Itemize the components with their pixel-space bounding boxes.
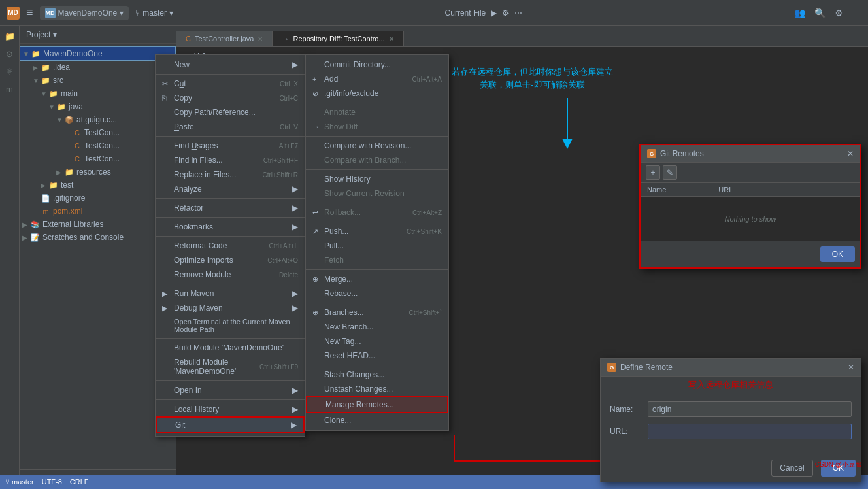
submenu-item-branches[interactable]: ⊕ Branches... Ctrl+Shift+` bbox=[306, 305, 448, 320]
status-encoding[interactable]: UTF-8 bbox=[42, 478, 62, 486]
menu-item-analyze[interactable]: Analyze ▶ bbox=[156, 182, 305, 196]
tree-expand-arrow: ▼ bbox=[41, 90, 48, 97]
define-remote-annotation: 写入远程仓库相关信息 bbox=[601, 377, 861, 394]
close-icon[interactable]: ✕ bbox=[389, 35, 394, 42]
settings-icon[interactable]: ⚙ bbox=[835, 8, 843, 18]
tree-item-label: src bbox=[53, 76, 63, 85]
url-input[interactable] bbox=[648, 424, 852, 439]
menu-item-copy-path[interactable]: Copy Path/Reference... bbox=[156, 105, 305, 120]
dialog-close-button[interactable]: ✕ bbox=[847, 149, 854, 158]
submenu-item-manage-remotes[interactable]: Manage Remotes... bbox=[306, 396, 448, 413]
define-remote-cancel-button[interactable]: Cancel bbox=[771, 460, 812, 477]
tree-item-label: MavenDemoOne bbox=[43, 49, 103, 58]
project-switcher[interactable]: MD MavenDemoOne ▾ bbox=[40, 6, 129, 20]
menu-item-new[interactable]: New ▶ bbox=[156, 58, 305, 72]
menu-item-open-in[interactable]: Open In ▶ bbox=[156, 383, 305, 397]
tree-item-testcon3[interactable]: C TestCon... bbox=[20, 152, 176, 165]
project-panel-header[interactable]: Project ▾ bbox=[20, 26, 176, 44]
submenu-item-reset-head[interactable]: Reset HEAD... bbox=[306, 348, 448, 363]
submenu-item-new-branch[interactable]: New Branch... bbox=[306, 320, 448, 334]
dialog-table-header: Name URL bbox=[641, 183, 860, 197]
menu-item-debug-maven[interactable]: ▶ Debug Maven ▶ bbox=[156, 301, 305, 315]
menu-item-replace[interactable]: Replace in Files... Ctrl+Shift+R bbox=[156, 167, 305, 182]
submenu-item-add[interactable]: + Add Ctrl+Alt+A bbox=[306, 72, 448, 86]
menu-item-optimize[interactable]: Optimize Imports Ctrl+Alt+O bbox=[156, 253, 305, 267]
menu-item-git[interactable]: Git ▶ bbox=[156, 416, 305, 433]
edit-remote-button[interactable]: ✎ bbox=[663, 165, 677, 180]
tree-item-external-libraries[interactable]: ▶ 📚 External Libraries bbox=[20, 218, 176, 231]
maven-icon[interactable]: m bbox=[6, 84, 13, 94]
tree-item-test[interactable]: ▶ 📁 test bbox=[20, 178, 176, 192]
tree-item-pom[interactable]: m pom.xml bbox=[20, 205, 176, 218]
menu-item-bookmarks[interactable]: Bookmarks ▶ bbox=[156, 220, 305, 234]
hamburger-menu[interactable]: ≡ bbox=[26, 6, 33, 20]
tree-item-idea[interactable]: ▶ 📁 .idea bbox=[20, 61, 176, 74]
tab-repository-diff[interactable]: → Repository Diff: TestContro... ✕ bbox=[273, 31, 403, 46]
define-remote-body: Name: URL: bbox=[601, 394, 861, 454]
tree-item-mavendemoone[interactable]: ▼ 📁 MavenDemoOne bbox=[20, 46, 176, 61]
submenu-item-fetch[interactable]: Fetch bbox=[306, 253, 448, 267]
status-git[interactable]: ⑂ master bbox=[5, 478, 34, 486]
menu-item-find-in-files[interactable]: Find in Files... Ctrl+Shift+F bbox=[156, 153, 305, 167]
menu-item-run-maven[interactable]: ▶ Run Maven ▶ bbox=[156, 286, 305, 301]
menu-item-rebuild-module[interactable]: Rebuild Module 'MavenDemoOne' Ctrl+Shift… bbox=[156, 355, 305, 379]
menu-item-reformat[interactable]: Reformat Code Ctrl+Alt+L bbox=[156, 239, 305, 253]
run-button[interactable]: ▶ bbox=[491, 8, 497, 18]
tree-item-main[interactable]: ▼ 📁 main bbox=[20, 87, 176, 100]
submenu-item-clone[interactable]: Clone... bbox=[306, 413, 448, 428]
collab-icon[interactable]: 👥 bbox=[794, 8, 805, 18]
minimize-button[interactable]: — bbox=[852, 8, 861, 18]
tab-testcontroller[interactable]: C TestController.java ✕ bbox=[176, 31, 273, 46]
submenu-item-merge[interactable]: ⊕ Merge... bbox=[306, 272, 448, 286]
add-remote-button[interactable]: + bbox=[646, 165, 660, 180]
tree-item-scratches[interactable]: ▶ 📝 Scratches and Console bbox=[20, 231, 176, 244]
close-icon[interactable]: ✕ bbox=[258, 35, 263, 42]
tree-item-label: TestCon... bbox=[84, 141, 120, 150]
submenu-item-rebase[interactable]: Rebase... bbox=[306, 286, 448, 301]
submenu-item-push[interactable]: ↗ Push... Ctrl+Shift+K bbox=[306, 224, 448, 239]
submenu-item-commit-dir[interactable]: Commit Directory... bbox=[306, 58, 448, 72]
name-input[interactable] bbox=[648, 401, 852, 417]
tree-item-testcon1[interactable]: C TestCon... bbox=[20, 126, 176, 139]
submenu-item-show-current[interactable]: Show Current Revision bbox=[306, 186, 448, 201]
submenu-item-compare-branch[interactable]: Compare with Branch... bbox=[306, 153, 448, 167]
search-icon[interactable]: 🔍 bbox=[814, 8, 826, 18]
structure-icon[interactable]: ⚛ bbox=[6, 67, 14, 76]
folder-icon[interactable]: 📁 bbox=[5, 31, 15, 41]
debug-button[interactable]: ⚙ bbox=[502, 8, 509, 18]
branch-selector[interactable]: ⑂ master ▾ bbox=[135, 8, 173, 18]
library-icon: 📚 bbox=[30, 219, 41, 229]
tree-item-src[interactable]: ▼ 📁 src bbox=[20, 74, 176, 87]
submenu-item-show-history[interactable]: Show History bbox=[306, 172, 448, 186]
more-button[interactable]: ⋯ bbox=[514, 8, 522, 18]
menu-item-cut[interactable]: ✂ Cut Ctrl+X bbox=[156, 76, 305, 91]
submenu-item-show-diff[interactable]: → Show Diff bbox=[306, 120, 448, 134]
tree-item-package[interactable]: ▼ 📦 at.guigu.c... bbox=[20, 113, 176, 126]
tree-item-resources[interactable]: ▶ 📁 resources bbox=[20, 165, 176, 178]
dialog-ok-button[interactable]: OK bbox=[820, 246, 855, 262]
menu-item-build-module[interactable]: Build Module 'MavenDemoOne' bbox=[156, 341, 305, 355]
submenu-item-new-tag[interactable]: New Tag... bbox=[306, 334, 448, 348]
menu-item-remove-module[interactable]: Remove Module Delete bbox=[156, 267, 305, 282]
submenu-item-compare-revision[interactable]: Compare with Revision... bbox=[306, 139, 448, 153]
tree-item-testcon2[interactable]: C TestCon... bbox=[20, 139, 176, 152]
define-remote-close-button[interactable]: ✕ bbox=[848, 363, 854, 372]
menu-item-local-history[interactable]: Local History ▶ bbox=[156, 402, 305, 416]
submenu-item-stash[interactable]: Stash Changes... bbox=[306, 367, 448, 382]
menu-item-open-terminal[interactable]: Open Terminal at the Current Maven Modul… bbox=[156, 315, 305, 336]
commit-icon[interactable]: ⊙ bbox=[6, 49, 13, 59]
debug-maven-icon: ▶ bbox=[162, 304, 174, 312]
menu-item-find-usages[interactable]: Find Usages Alt+F7 bbox=[156, 139, 305, 153]
tree-item-java[interactable]: ▼ 📁 java bbox=[20, 100, 176, 113]
tree-item-gitignore[interactable]: 📄 .gitignore bbox=[20, 192, 176, 205]
submenu-item-rollback[interactable]: ↩ Rollback... Ctrl+Alt+Z bbox=[306, 205, 448, 220]
menu-item-refactor[interactable]: Refactor ▶ bbox=[156, 201, 305, 215]
menu-item-paste[interactable]: Paste Ctrl+V bbox=[156, 120, 305, 134]
submenu-item-gitinfo[interactable]: ⊘ .git/info/exclude bbox=[306, 86, 448, 101]
submenu-item-pull[interactable]: Pull... bbox=[306, 239, 448, 253]
menu-item-copy[interactable]: ⎘ Copy Ctrl+C bbox=[156, 91, 305, 105]
submenu-item-unstash[interactable]: Unstash Changes... bbox=[306, 382, 448, 396]
dialog-logo: G bbox=[607, 363, 616, 372]
status-line-sep[interactable]: CRLF bbox=[70, 478, 89, 486]
submenu-item-annotate[interactable]: Annotate bbox=[306, 105, 448, 120]
